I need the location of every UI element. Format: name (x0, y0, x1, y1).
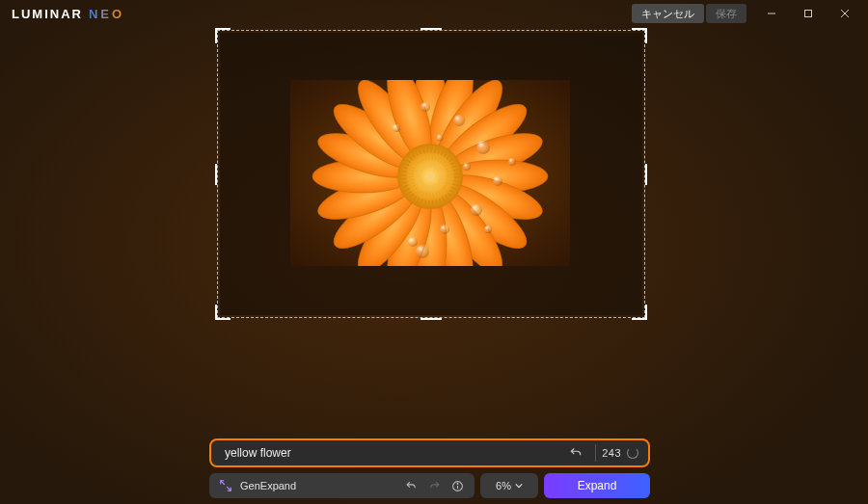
crop-handle-bottom-left[interactable] (215, 305, 231, 320)
window-close-button[interactable] (827, 0, 862, 27)
zoom-value: 6% (496, 480, 511, 491)
svg-rect-1 (805, 11, 812, 17)
svg-point-26 (457, 483, 458, 484)
tool-pill: GenExpand (209, 473, 475, 498)
tool-redo-button[interactable] (426, 478, 442, 493)
expand-button[interactable]: Expand (544, 473, 650, 498)
prompt-input[interactable] (225, 446, 568, 460)
crop-handle-top-left[interactable] (215, 28, 231, 43)
genexpand-icon (219, 479, 232, 492)
crop-handle-top-right[interactable] (632, 28, 647, 43)
divider (595, 444, 596, 462)
crop-handle-bottom-right[interactable] (632, 305, 647, 320)
cancel-button[interactable]: キャンセル (632, 4, 704, 23)
app-logo: LUMINAR NEO (12, 7, 124, 21)
chevron-down-icon (515, 482, 523, 490)
info-icon[interactable] (449, 478, 465, 493)
crop-handle-top[interactable] (420, 28, 442, 30)
tool-name: GenExpand (240, 480, 395, 491)
gen-toolbar: GenExpand 6% Expand (209, 473, 650, 498)
window-maximize-button[interactable] (791, 0, 826, 27)
crop-handle-left[interactable] (215, 164, 217, 185)
title-bar: LUMINAR NEO キャンセル 保存 (0, 0, 868, 27)
window-minimize-button[interactable] (754, 0, 789, 27)
crop-handle-right[interactable] (645, 164, 647, 185)
save-button[interactable]: 保存 (706, 4, 746, 23)
crop-frame[interactable] (217, 30, 645, 318)
logo-text-primary: LUMINAR (12, 7, 83, 21)
zoom-dropdown[interactable]: 6% (480, 473, 538, 498)
prompt-bar: 243 (209, 438, 650, 467)
crop-handle-bottom[interactable] (420, 318, 442, 320)
logo-text-secondary: NEO (89, 7, 124, 21)
expand-canvas[interactable] (217, 30, 645, 318)
loading-spinner-icon (627, 447, 638, 459)
tool-undo-button[interactable] (403, 478, 419, 493)
token-count: 243 (602, 447, 621, 459)
title-bar-actions: キャンセル 保存 (632, 0, 862, 27)
prompt-undo-button[interactable] (568, 445, 583, 461)
